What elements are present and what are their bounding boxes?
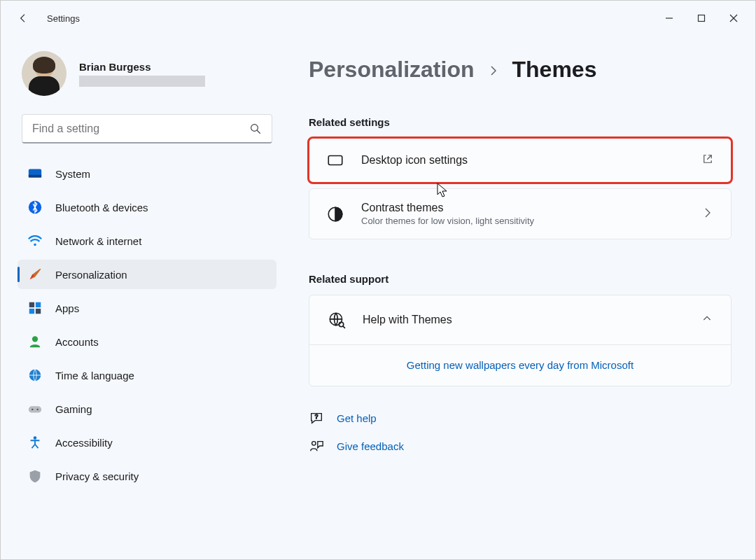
chevron-up-icon	[701, 313, 713, 327]
contrast-icon	[326, 205, 344, 223]
apps-icon	[27, 300, 43, 316]
svg-point-14	[32, 336, 38, 342]
search-input[interactable]	[32, 122, 249, 135]
card-subtitle: Color themes for low vision, light sensi…	[361, 216, 685, 226]
nav-label: Personalization	[55, 269, 127, 281]
bluetooth-icon	[27, 200, 43, 215]
avatar	[22, 51, 66, 96]
nav-item-accounts[interactable]: Accounts	[18, 327, 276, 356]
paintbrush-icon	[27, 267, 43, 282]
svg-rect-17	[29, 406, 41, 412]
related-support-heading: Related support	[309, 273, 732, 285]
breadcrumb: Personalization Themes	[309, 57, 732, 83]
accessibility-icon	[27, 435, 43, 450]
svg-line-26	[343, 326, 345, 328]
back-button[interactable]	[10, 6, 36, 31]
user-name: Brian Burgess	[79, 61, 205, 73]
breadcrumb-current: Themes	[512, 57, 597, 83]
globe-search-icon	[328, 311, 346, 329]
desktop-icon	[326, 151, 344, 169]
nav-label: Apps	[55, 302, 79, 314]
nav-item-network[interactable]: Network & internet	[18, 226, 276, 255]
accounts-icon	[27, 334, 43, 349]
give-feedback-link[interactable]: Give feedback	[309, 438, 732, 454]
nav-label: Network & internet	[55, 235, 141, 247]
svg-point-4	[251, 124, 258, 131]
user-email-redacted	[79, 76, 205, 87]
nav-item-time[interactable]: Time & language	[18, 360, 276, 390]
svg-rect-12	[29, 309, 34, 314]
search-icon	[249, 122, 262, 135]
link-text: Get help	[337, 412, 377, 424]
svg-rect-7	[29, 175, 41, 178]
wallpapers-link[interactable]: Getting new wallpapers every day from Mi…	[407, 359, 634, 371]
svg-point-18	[31, 409, 33, 410]
get-help-link[interactable]: ? Get help	[309, 410, 732, 426]
help-with-themes-row[interactable]: Help with Themes	[309, 295, 731, 344]
nav-label: Accounts	[55, 336, 99, 348]
svg-rect-21	[328, 156, 342, 165]
nav-label: Time & language	[55, 370, 134, 382]
feedback-icon	[309, 438, 324, 454]
svg-point-20	[34, 436, 37, 440]
svg-rect-13	[36, 309, 41, 314]
link-text: Give feedback	[337, 440, 404, 452]
breadcrumb-parent[interactable]: Personalization	[309, 57, 475, 83]
nav-label: Accessibility	[55, 437, 113, 449]
nav-label: System	[55, 168, 90, 180]
svg-rect-10	[29, 302, 34, 307]
nav-item-personalization[interactable]: Personalization	[18, 260, 276, 289]
nav-label: Gaming	[55, 403, 92, 415]
system-icon	[27, 166, 43, 181]
svg-line-5	[257, 130, 260, 134]
minimize-button[interactable]	[653, 7, 685, 29]
nav-item-system[interactable]: System	[18, 159, 276, 188]
gaming-icon	[27, 401, 43, 416]
time-language-icon	[27, 368, 43, 383]
card-title: Desktop icon settings	[361, 154, 685, 167]
chevron-right-icon	[487, 57, 500, 83]
chevron-right-icon	[701, 206, 714, 222]
nav-item-apps[interactable]: Apps	[18, 293, 276, 323]
nav-item-privacy[interactable]: Privacy & security	[18, 461, 276, 491]
card-title: Contrast themes	[361, 202, 685, 214]
nav-label: Bluetooth & devices	[55, 202, 148, 214]
search-input-container[interactable]	[22, 114, 272, 144]
svg-rect-11	[36, 302, 41, 307]
maximize-button[interactable]	[685, 7, 718, 29]
contrast-themes-card[interactable]: Contrast themes Color themes for low vis…	[309, 188, 732, 239]
related-settings-heading: Related settings	[309, 116, 732, 128]
nav-label: Privacy & security	[55, 470, 139, 482]
external-link-icon	[701, 153, 714, 168]
svg-text:?: ?	[315, 414, 318, 420]
shield-icon	[27, 468, 43, 484]
close-button[interactable]	[718, 7, 750, 29]
window-title: Settings	[47, 13, 80, 24]
svg-rect-1	[699, 15, 705, 22]
nav-item-gaming[interactable]: Gaming	[18, 394, 276, 424]
support-title: Help with Themes	[363, 314, 685, 326]
svg-point-9	[34, 244, 36, 246]
desktop-icon-settings-card[interactable]: Desktop icon settings	[309, 138, 732, 183]
svg-point-28	[312, 442, 316, 446]
nav-item-bluetooth[interactable]: Bluetooth & devices	[18, 192, 276, 222]
user-profile[interactable]: Brian Burgess	[18, 44, 276, 108]
wifi-icon	[27, 233, 43, 248]
chat-help-icon: ?	[309, 410, 324, 426]
svg-point-19	[36, 409, 38, 410]
nav-item-accessibility[interactable]: Accessibility	[18, 428, 276, 457]
